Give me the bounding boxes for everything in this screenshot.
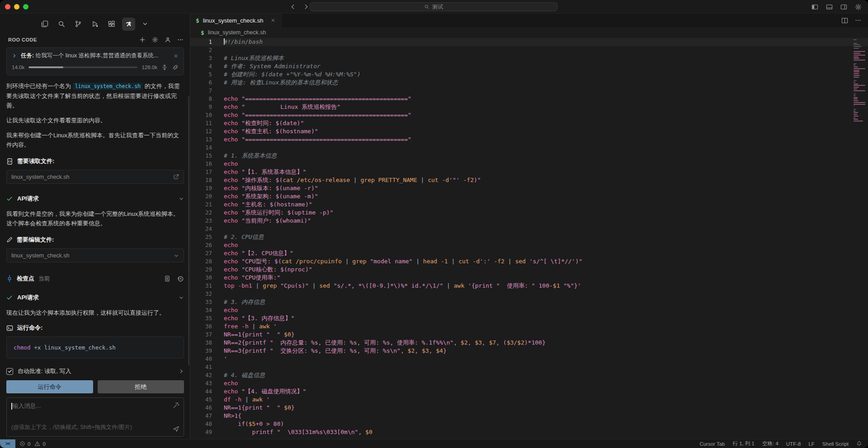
code-line[interactable]: 11echo "检查时间: $(date)" <box>190 119 868 127</box>
tab-close-icon[interactable] <box>270 18 276 23</box>
chevron-right-icon[interactable] <box>179 369 184 374</box>
breadcrumb[interactable]: $ linux_system_check.sh <box>190 27 868 38</box>
settings-gear-icon[interactable] <box>152 37 158 43</box>
warnings-count[interactable]: 0 <box>42 441 45 447</box>
split-editor-icon[interactable] <box>841 17 848 24</box>
line-number[interactable]: 31 <box>190 282 212 290</box>
code-line[interactable]: 16echo <box>190 160 868 168</box>
code-line[interactable]: 38NR==2{printf " 内存总量: %s, 已使用: %s, 可用: … <box>190 339 868 347</box>
line-number[interactable]: 40 <box>190 355 212 363</box>
line-number[interactable]: 1 <box>190 38 212 46</box>
line-number[interactable]: 37 <box>190 331 212 339</box>
line-number[interactable]: 20 <box>190 192 212 201</box>
code-line[interactable]: 7 <box>190 87 868 95</box>
code-line[interactable]: 19echo "内核版本: $(uname -r)" <box>190 184 868 192</box>
editor-more-actions-icon[interactable] <box>855 17 861 23</box>
more-views-chevron-icon[interactable] <box>139 18 152 31</box>
explorer-icon[interactable] <box>38 18 52 31</box>
code-line[interactable]: 29echo "CPU核心数: $(nproc)" <box>190 266 868 274</box>
manage-gear-icon[interactable] <box>855 4 862 10</box>
code-line[interactable]: 14 <box>190 144 868 152</box>
errors-icon[interactable] <box>19 441 25 447</box>
code-line[interactable]: 17echo "【1. 系统基本信息】" <box>190 168 868 176</box>
toggle-primary-sidebar-icon[interactable] <box>811 4 818 10</box>
code-line[interactable]: 25# 2. CPU信息 <box>190 233 868 241</box>
line-number[interactable]: 45 <box>190 396 212 404</box>
line-number[interactable]: 41 <box>190 363 212 371</box>
chevron-down-icon[interactable] <box>179 196 184 201</box>
line-number[interactable]: 22 <box>190 209 212 217</box>
search-view-icon[interactable] <box>55 18 68 31</box>
line-number[interactable]: 9 <box>190 103 212 111</box>
line-number[interactable]: 36 <box>190 322 212 331</box>
code-line[interactable]: 2 <box>190 46 868 54</box>
code-line[interactable]: 35echo "【3. 内存信息】" <box>190 314 868 322</box>
code-line[interactable]: 32 <box>190 290 868 298</box>
status-indentation[interactable]: 空格: 4 <box>762 440 778 447</box>
status-eol[interactable]: LF <box>808 441 814 447</box>
code-line[interactable]: 5# 创建时间: $(date +"%Y-%m-%d %H:%M:%S") <box>190 70 868 79</box>
line-number[interactable]: 12 <box>190 127 212 135</box>
code-line[interactable]: 39NR==3{printf " 交换分区: %s, 已使用: %s, 可用: … <box>190 347 868 355</box>
task-card[interactable]: 任务: 给我写一个 linux 巡检脚本,普普通通的查看系统... 14.0k … <box>6 47 184 75</box>
line-number[interactable]: 25 <box>190 233 212 241</box>
new-task-plus-icon[interactable] <box>139 37 146 43</box>
diff-file-icon[interactable] <box>164 275 170 282</box>
code-line[interactable]: 24 <box>190 225 868 233</box>
line-number[interactable]: 8 <box>190 95 212 103</box>
line-number[interactable]: 24 <box>190 225 212 233</box>
code-editor[interactable]: 1#!/bin/bash23# Linux系统巡检脚本4# 作者: System… <box>190 38 868 439</box>
code-line[interactable]: 1#!/bin/bash <box>190 38 868 46</box>
enhance-prompt-wand-icon[interactable] <box>173 402 179 409</box>
code-line[interactable]: 26echo <box>190 241 868 249</box>
code-line[interactable]: 33# 3. 内存信息 <box>190 298 868 306</box>
code-line[interactable]: 4# 作者: System Administrator <box>190 62 868 70</box>
line-number[interactable]: 17 <box>190 168 212 176</box>
code-line[interactable]: 28echo "CPU型号: $(cat /proc/cpuinfo | gre… <box>190 257 868 266</box>
line-number[interactable]: 35 <box>190 314 212 322</box>
line-number[interactable]: 11 <box>190 119 212 127</box>
remote-indicator[interactable]: >< <box>0 439 15 448</box>
run-command-button[interactable]: 运行命令 <box>6 380 93 393</box>
send-message-icon[interactable] <box>173 425 179 432</box>
code-line[interactable]: 49 printf " \033[31m%s\033[0m\n", $0 <box>190 428 868 436</box>
line-number[interactable]: 15 <box>190 152 212 160</box>
line-number[interactable]: 21 <box>190 201 212 209</box>
line-number[interactable]: 46 <box>190 404 212 412</box>
api-request-row[interactable]: API请求 <box>6 195 184 203</box>
editor-tab-active[interactable]: $ linux_system_check.sh <box>190 14 282 27</box>
auto-approve-row[interactable]: 自动批准: 读取, 写入 <box>6 367 184 375</box>
line-number[interactable]: 49 <box>190 428 212 436</box>
message-input[interactable]: 输入消息... (@添加上下文，/切换模式, Shift+拖拽文件/图片) <box>6 397 184 437</box>
code-line[interactable]: 8echo "=================================… <box>190 95 868 103</box>
code-line[interactable]: 44echo "【4. 磁盘使用情况】" <box>190 387 868 396</box>
code-line[interactable]: 41 <box>190 363 868 371</box>
line-number[interactable]: 33 <box>190 298 212 306</box>
line-number[interactable]: 23 <box>190 217 212 225</box>
line-number[interactable]: 38 <box>190 339 212 347</box>
line-number[interactable]: 6 <box>190 79 212 87</box>
edit-file-row[interactable]: linux_system_check.sh <box>6 248 184 262</box>
line-number[interactable]: 43 <box>190 379 212 387</box>
code-line[interactable]: 27echo "【2. CPU信息】" <box>190 249 868 257</box>
line-number[interactable]: 26 <box>190 241 212 249</box>
run-debug-icon[interactable] <box>89 18 102 31</box>
task-close-icon[interactable] <box>173 53 179 59</box>
notifications-bell-icon[interactable] <box>856 441 862 447</box>
line-number[interactable]: 4 <box>190 62 212 70</box>
restore-history-icon[interactable] <box>177 275 184 282</box>
account-icon[interactable] <box>165 37 171 43</box>
line-number[interactable]: 16 <box>190 160 212 168</box>
more-actions-icon[interactable] <box>177 37 184 43</box>
code-line[interactable]: 21echo "主机名: $(hostname)" <box>190 201 868 209</box>
condense-context-icon[interactable] <box>161 64 168 70</box>
open-file-external-icon[interactable] <box>173 174 179 180</box>
code-line[interactable]: 42# 4. 磁盘信息 <box>190 371 868 379</box>
link-icon[interactable] <box>172 64 179 70</box>
line-number[interactable]: 14 <box>190 144 212 152</box>
code-line[interactable]: 12echo "检查主机: $(hostname)" <box>190 127 868 135</box>
zoom-window-button[interactable] <box>23 4 28 9</box>
chevron-down-icon[interactable] <box>179 295 184 300</box>
status-cursor-position[interactable]: 行 1, 列 1 <box>732 440 755 447</box>
code-line[interactable]: 23echo "当前用户: $(whoami)" <box>190 217 868 225</box>
